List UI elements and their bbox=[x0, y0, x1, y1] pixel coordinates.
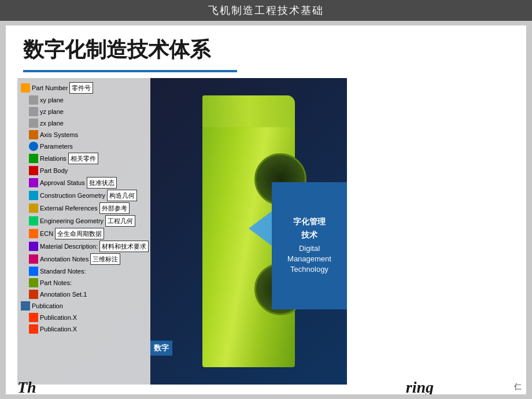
ecn-label: ECN bbox=[40, 228, 53, 239]
tree-item-relations: Relations 相关零件 bbox=[20, 152, 148, 165]
annotation-icon bbox=[29, 254, 38, 264]
bottom-text-area: Th ring bbox=[6, 373, 526, 394]
tree-item-material: Material Description: 材料和技术要求 bbox=[20, 240, 148, 253]
part-3d: 字化管理 技术 DigitalManagementTechnology 数字 bbox=[150, 78, 347, 385]
tree-item-part-notes: Part Notes: bbox=[20, 277, 148, 289]
part-notes-icon bbox=[29, 278, 38, 287]
slide-title: 数字化制造技术体系 bbox=[6, 25, 526, 70]
external-badge: 外部参考 bbox=[99, 202, 130, 214]
tree-panel: Part Number 零件号 xy plane yz plane zx pla… bbox=[17, 78, 150, 385]
part-notes-label: Part Notes: bbox=[40, 278, 72, 288]
material-badge: 材料和技术要求 bbox=[99, 241, 149, 252]
param-label: Parameters bbox=[40, 141, 73, 152]
pub-x2-icon bbox=[29, 324, 38, 334]
approval-label: Approval Status bbox=[40, 178, 85, 188]
slide-area: 数字化制造技术体系 Part Number 零件号 xy plane bbox=[6, 25, 526, 394]
xy-icon bbox=[29, 95, 38, 105]
zx-label: zx plane bbox=[40, 118, 64, 128]
approval-badge: 批准状态 bbox=[87, 177, 117, 189]
pub-x1-icon bbox=[29, 313, 38, 322]
axis-label: Axis Systems bbox=[40, 130, 78, 140]
part-icon bbox=[21, 83, 30, 93]
standard-icon bbox=[29, 267, 38, 276]
engineering-icon bbox=[29, 216, 38, 226]
slide-title-underline bbox=[23, 70, 237, 72]
pub-x1-label: Publication.X bbox=[40, 312, 77, 323]
publication-icon bbox=[21, 301, 30, 311]
axis-icon bbox=[29, 130, 38, 139]
external-label: External References bbox=[40, 203, 98, 213]
tree-item-pub-x2: Publication.X bbox=[20, 323, 148, 335]
tree-item-part-number: Part Number 零件号 bbox=[20, 82, 148, 94]
part-top-tab bbox=[202, 95, 295, 127]
external-icon bbox=[29, 204, 38, 213]
tree-item-construction: Construction Geometry 构造几何 bbox=[20, 189, 148, 202]
cad-area: Part Number 零件号 xy plane yz plane zx pla… bbox=[17, 78, 347, 385]
construction-badge: 构造几何 bbox=[107, 190, 137, 201]
material-label: Material Description: bbox=[40, 241, 98, 252]
blue-panel: 字化管理 技术 DigitalManagementTechnology bbox=[272, 182, 347, 309]
part-number-badge: 零件号 bbox=[69, 82, 93, 94]
ecn-icon bbox=[29, 229, 38, 238]
blue-panel-en: DigitalManagementTechnology bbox=[287, 243, 331, 275]
body-icon bbox=[29, 166, 38, 175]
annotation-badge: 三维标注 bbox=[90, 253, 120, 265]
tree-item-yz: yz plane bbox=[20, 106, 148, 117]
bottom-right-text: ring bbox=[406, 378, 434, 394]
publication-label: Publication bbox=[32, 301, 63, 311]
blue-panel-zh-2: 技术 bbox=[301, 230, 317, 241]
tree-item-approval: Approval Status 批准状态 bbox=[20, 176, 148, 189]
title-bar: 飞机制造工程技术基础 bbox=[0, 0, 532, 21]
tree-item-ecn: ECN 全生命周期数据 bbox=[20, 227, 148, 240]
tree-item-zx: zx plane bbox=[20, 117, 148, 129]
body-label: Part Body bbox=[40, 165, 68, 176]
arrow-decoration bbox=[249, 211, 272, 246]
tree-item-external: External References 外部参考 bbox=[20, 202, 148, 215]
part-number-label: Part Number bbox=[32, 83, 68, 93]
digital-label: 数字 bbox=[150, 341, 172, 356]
tree-item-pub-x1: Publication.X bbox=[20, 312, 148, 323]
relation-label: Relations bbox=[40, 153, 66, 164]
annset-icon bbox=[29, 290, 38, 299]
tree-item-annotation: Annotation Notes 三维标注 bbox=[20, 253, 148, 265]
zx-icon bbox=[29, 119, 38, 128]
relation-badge: 相关零件 bbox=[68, 153, 98, 164]
tree-item-engineering: Engineering Geometry 工程几何 bbox=[20, 215, 148, 227]
relation-icon bbox=[29, 154, 38, 163]
watermark: 仁 bbox=[514, 382, 522, 392]
annset-label: Annotation Set.1 bbox=[40, 289, 87, 300]
title-bar-text: 飞机制造工程技术基础 bbox=[208, 5, 324, 16]
approval-icon bbox=[29, 178, 38, 187]
content-area: Part Number 零件号 xy plane yz plane zx pla… bbox=[6, 78, 526, 394]
engineering-label: Engineering Geometry bbox=[40, 216, 104, 226]
tree-item-parameters: Parameters bbox=[20, 141, 148, 152]
tree-item-xy: xy plane bbox=[20, 94, 148, 106]
tree-item-body: Part Body bbox=[20, 165, 148, 176]
annotation-label: Annotation Notes bbox=[40, 254, 88, 264]
yz-icon bbox=[29, 107, 38, 116]
tree-item-publication: Publication bbox=[20, 300, 148, 312]
yz-label: yz plane bbox=[40, 106, 64, 117]
engineering-badge: 工程几何 bbox=[105, 215, 135, 227]
tree-item-standard: Standard Notes: bbox=[20, 265, 148, 277]
pub-x2-label: Publication.X bbox=[40, 324, 77, 334]
bottom-left-text: Th bbox=[17, 378, 36, 394]
tree-item-annset: Annotation Set.1 bbox=[20, 289, 148, 300]
param-icon bbox=[29, 142, 38, 151]
material-icon bbox=[29, 242, 38, 251]
ecn-badge: 全生命周期数据 bbox=[55, 228, 104, 239]
construction-label: Construction Geometry bbox=[40, 190, 105, 201]
blue-panel-zh-1: 字化管理 bbox=[293, 217, 326, 227]
construction-icon bbox=[29, 191, 38, 200]
xy-label: xy plane bbox=[40, 95, 64, 105]
standard-label: Standard Notes: bbox=[40, 266, 86, 276]
tree-item-axis: Axis Systems bbox=[20, 129, 148, 141]
